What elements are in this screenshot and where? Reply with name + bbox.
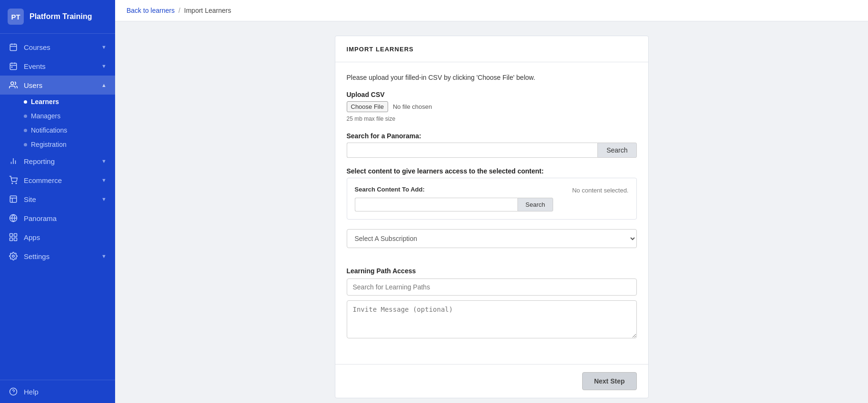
content-area: IMPORT LEARNERS Please upload your fille… — [115, 21, 868, 403]
sidebar-item-reporting[interactable]: Reporting ▼ — [0, 152, 115, 171]
dot — [24, 129, 27, 132]
sidebar-item-learners[interactable]: Learners — [24, 95, 115, 109]
chevron-down-icon: ▼ — [101, 158, 107, 164]
sidebar-item-courses[interactable]: Courses ▼ — [0, 38, 115, 57]
chevron-up-icon: ▲ — [101, 82, 107, 88]
chevron-down-icon: ▼ — [101, 196, 107, 202]
no-content-display: No content selected. — [563, 186, 629, 211]
svg-rect-22 — [10, 238, 13, 241]
panorama-search-button[interactable]: Search — [597, 143, 636, 158]
sidebar-nav: Courses ▼ Events ▼ Users ▲ — [0, 34, 115, 380]
file-name-display: No file chosen — [393, 103, 432, 110]
sidebar-item-settings[interactable]: Settings ▼ — [0, 247, 115, 266]
learning-path-section: Learning Path Access — [347, 267, 637, 340]
sidebar-item-label-reporting: Reporting — [24, 157, 55, 165]
content-select-inner: Search Content To Add: Search No content… — [355, 186, 629, 211]
chevron-down-icon: ▼ — [101, 44, 107, 50]
learning-path-label: Learning Path Access — [347, 267, 637, 275]
upload-csv-label: Upload CSV — [347, 91, 637, 98]
dot — [24, 115, 27, 118]
sidebar-item-label-site: Site — [24, 195, 36, 203]
content-search-row: Search — [355, 198, 553, 211]
help-icon — [9, 387, 18, 396]
back-to-learners-link[interactable]: Back to learners — [127, 7, 175, 14]
subscription-select[interactable]: Select A Subscription — [347, 229, 637, 248]
calendar-icon — [9, 42, 18, 52]
svg-point-14 — [16, 183, 17, 184]
no-content-text: No content selected. — [572, 187, 629, 194]
invite-message-textarea[interactable] — [347, 300, 637, 338]
content-select-box: Search Content To Add: Search No content… — [347, 178, 637, 220]
breadcrumb-separator: / — [178, 7, 180, 14]
dot — [24, 143, 27, 146]
content-select-label: Select content to give learners access t… — [347, 167, 637, 175]
help-item[interactable]: Help — [9, 387, 107, 396]
main-content: Back to learners / Import Learners IMPOR… — [115, 0, 868, 403]
settings-icon — [9, 251, 18, 261]
svg-point-8 — [11, 67, 12, 68]
sidebar-footer: Help — [0, 380, 115, 403]
sidebar-header: PT Platform Training — [0, 0, 115, 34]
svg-rect-15 — [10, 196, 17, 202]
events-icon — [9, 61, 18, 71]
card-body: Please upload your filled-in CSV by clic… — [335, 62, 648, 364]
file-input-row: Choose File No file chosen — [347, 101, 637, 112]
content-search-input[interactable] — [355, 198, 517, 211]
panorama-search-row: Search — [347, 143, 637, 158]
panorama-section: Search for a Panorama: Search — [347, 132, 637, 158]
upload-csv-section: Upload CSV Choose File No file chosen 25… — [347, 91, 637, 123]
svg-point-13 — [12, 183, 13, 184]
sub-nav-label-managers: Managers — [31, 112, 60, 120]
import-learners-card: IMPORT LEARNERS Please upload your fille… — [335, 36, 649, 398]
site-icon — [9, 194, 18, 204]
svg-rect-23 — [14, 238, 17, 241]
sidebar-item-label-events: Events — [24, 62, 46, 70]
svg-rect-21 — [14, 234, 17, 237]
active-dot — [24, 100, 27, 104]
sidebar-item-registration[interactable]: Registration — [24, 137, 115, 152]
learning-path-search-input[interactable] — [347, 278, 637, 296]
chevron-down-icon: ▼ — [101, 253, 107, 259]
breadcrumb-current: Import Learners — [184, 7, 231, 14]
sidebar-item-panorama[interactable]: Panorama — [0, 209, 115, 228]
next-step-button[interactable]: Next Step — [582, 372, 637, 390]
reporting-icon — [9, 156, 18, 166]
help-label: Help — [24, 388, 39, 396]
sub-nav-label-registration: Registration — [31, 141, 67, 148]
content-search-left: Search Content To Add: Search — [355, 186, 553, 211]
sidebar-item-label-panorama: Panorama — [24, 214, 57, 222]
chevron-down-icon: ▼ — [101, 177, 107, 183]
ecommerce-icon — [9, 175, 18, 185]
panorama-search-input[interactable] — [347, 143, 598, 158]
sidebar-item-users[interactable]: Users ▲ — [0, 76, 115, 95]
svg-point-24 — [12, 255, 15, 258]
content-search-button[interactable]: Search — [517, 198, 553, 211]
sidebar-item-label-courses: Courses — [24, 43, 50, 51]
sub-nav-label-learners: Learners — [31, 98, 59, 106]
sidebar-item-site[interactable]: Site ▼ — [0, 190, 115, 209]
sidebar: PT Platform Training Courses ▼ Events ▼ — [0, 0, 115, 403]
sidebar-item-label-users: Users — [24, 81, 42, 89]
choose-file-button[interactable]: Choose File — [347, 101, 388, 112]
sidebar-item-events[interactable]: Events ▼ — [0, 57, 115, 76]
sidebar-item-notifications[interactable]: Notifications — [24, 123, 115, 137]
sidebar-title: Platform Training — [29, 12, 92, 21]
search-content-label: Search Content To Add: — [355, 186, 553, 193]
svg-rect-4 — [10, 63, 17, 70]
app-logo[interactable]: PT — [8, 9, 24, 25]
apps-icon — [9, 232, 18, 242]
subscription-section: Select A Subscription — [347, 229, 637, 258]
users-icon — [9, 80, 18, 90]
svg-rect-20 — [10, 234, 13, 237]
svg-rect-0 — [10, 44, 17, 51]
sidebar-item-ecommerce[interactable]: Ecommerce ▼ — [0, 171, 115, 190]
panorama-icon — [9, 213, 18, 223]
sidebar-item-apps[interactable]: Apps — [0, 228, 115, 247]
card-header: IMPORT LEARNERS — [335, 36, 648, 62]
file-size-hint: 25 mb max file size — [347, 115, 396, 122]
sidebar-item-managers[interactable]: Managers — [24, 109, 115, 123]
sidebar-item-label-settings: Settings — [24, 252, 49, 260]
panorama-label: Search for a Panorama: — [347, 132, 637, 140]
chevron-down-icon: ▼ — [101, 63, 107, 69]
sidebar-item-label-apps: Apps — [24, 233, 40, 241]
